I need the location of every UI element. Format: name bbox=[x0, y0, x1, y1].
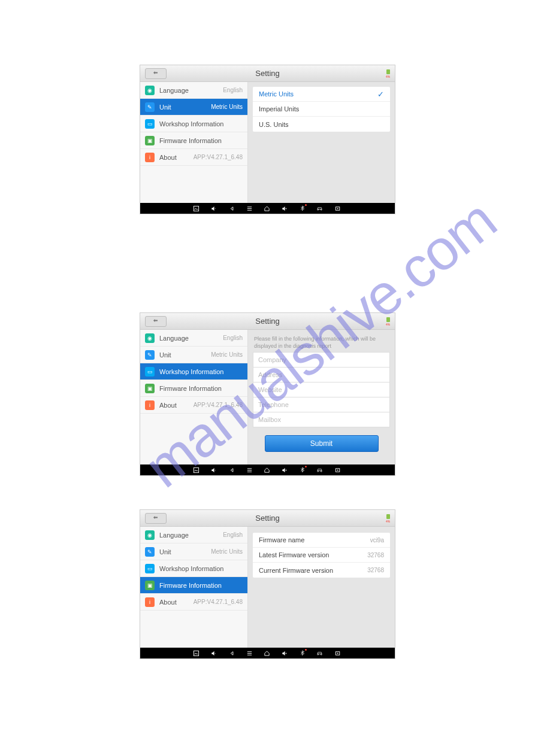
option-imperial[interactable]: Imperial Units bbox=[253, 102, 390, 117]
sidebar-item-label: Language bbox=[159, 87, 223, 94]
svg-text:+: + bbox=[285, 467, 287, 471]
car-icon[interactable] bbox=[316, 467, 324, 473]
back-icon bbox=[152, 318, 160, 325]
sidebar-item-label: Firmware Information bbox=[159, 385, 243, 392]
page-title: Setting bbox=[255, 514, 279, 523]
website-field[interactable]: Website bbox=[253, 382, 390, 397]
home-icon[interactable] bbox=[264, 205, 270, 212]
system-navbar: - + bbox=[140, 648, 395, 658]
pencil-icon: ✎ bbox=[145, 102, 155, 112]
svg-text:-: - bbox=[214, 467, 216, 471]
pencil-icon: ✎ bbox=[145, 350, 155, 360]
option-us[interactable]: U.S. Units bbox=[253, 117, 390, 132]
menu-icon[interactable] bbox=[246, 467, 253, 473]
volume-up-icon[interactable]: + bbox=[281, 205, 289, 212]
sidebar-item-workshop[interactable]: ▭ Workshop Information bbox=[140, 116, 247, 132]
back-nav-icon[interactable] bbox=[229, 467, 235, 473]
sidebar-item-workshop[interactable]: ▭ Workshop Information bbox=[140, 363, 247, 380]
globe-icon: ◉ bbox=[145, 530, 155, 540]
sidebar-item-label: Firmware Information bbox=[159, 582, 243, 589]
record-icon[interactable] bbox=[334, 650, 342, 657]
company-field[interactable]: Company bbox=[253, 352, 390, 368]
firmware-info-list: Firmware name vci9a Latest Firmware vers… bbox=[253, 533, 390, 578]
svg-text:+: + bbox=[285, 206, 287, 210]
firmware-info-panel: Firmware name vci9a Latest Firmware vers… bbox=[248, 527, 395, 648]
sidebar-item-value: APP:V4.27.1_6.48 bbox=[194, 599, 243, 605]
info-label: Current Firmware version bbox=[259, 567, 333, 574]
back-button[interactable] bbox=[145, 68, 167, 79]
volume-down-icon[interactable]: - bbox=[210, 205, 218, 212]
sidebar-item-workshop[interactable]: ▭ Workshop Information bbox=[140, 560, 247, 577]
back-nav-icon[interactable] bbox=[229, 205, 235, 212]
svg-rect-7 bbox=[386, 317, 390, 322]
info-label: Firmware name bbox=[259, 536, 304, 544]
car-icon[interactable] bbox=[316, 650, 324, 657]
screenshot-icon[interactable] bbox=[193, 205, 200, 212]
sidebar-item-about[interactable]: i About APP:V4.27.1_6.48 bbox=[140, 594, 247, 611]
home-icon[interactable] bbox=[264, 650, 270, 657]
volume-up-icon[interactable]: + bbox=[281, 650, 289, 657]
volume-down-icon[interactable]: - bbox=[210, 467, 218, 473]
svg-point-13 bbox=[337, 469, 338, 470]
system-navbar: - + bbox=[140, 203, 395, 214]
header-bar: Setting 4% bbox=[140, 510, 395, 527]
globe-icon: ◉ bbox=[145, 86, 155, 95]
connection-status-icon: 4% bbox=[385, 317, 391, 326]
sidebar-item-language[interactable]: ◉ Language English bbox=[140, 330, 247, 347]
bluetooth-icon[interactable] bbox=[300, 205, 305, 212]
record-icon[interactable] bbox=[334, 205, 342, 212]
sidebar-item-unit[interactable]: ✎ Unit Metric Units bbox=[140, 347, 247, 363]
submit-button[interactable]: Submit bbox=[265, 435, 379, 452]
info-value: 32768 bbox=[367, 567, 384, 573]
svg-point-20 bbox=[337, 652, 338, 654]
screenshot-unit: Setting 4% ◉ Language English ✎ Unit Met… bbox=[140, 65, 395, 214]
header-bar: Setting 4% bbox=[140, 313, 395, 330]
check-icon: ✓ bbox=[377, 90, 384, 99]
back-icon bbox=[152, 70, 160, 77]
svg-point-6 bbox=[337, 208, 338, 209]
sidebar-item-about[interactable]: i About APP:V4.27.1_6.48 bbox=[140, 149, 247, 166]
sidebar-item-about[interactable]: i About APP:V4.27.1_6.48 bbox=[140, 397, 247, 414]
unit-options-panel: Metric Units ✓ Imperial Units U.S. Units bbox=[248, 82, 395, 203]
sidebar-item-language[interactable]: ◉ Language English bbox=[140, 82, 247, 99]
option-label: Imperial Units bbox=[259, 105, 299, 113]
menu-icon[interactable] bbox=[246, 205, 253, 212]
option-metric[interactable]: Metric Units ✓ bbox=[253, 87, 390, 102]
sidebar-item-label: About bbox=[159, 154, 194, 161]
mailbox-field[interactable]: Mailbox bbox=[253, 412, 390, 427]
info-icon: i bbox=[145, 597, 155, 607]
car-icon[interactable] bbox=[316, 205, 324, 212]
screenshot-icon[interactable] bbox=[193, 467, 200, 473]
settings-sidebar: ◉ Language English ✎ Unit Metric Units ▭… bbox=[140, 330, 248, 464]
address-field[interactable]: Address bbox=[253, 367, 390, 382]
record-icon[interactable] bbox=[334, 467, 342, 473]
header-bar: Setting 4% bbox=[140, 65, 395, 82]
bluetooth-icon[interactable] bbox=[300, 649, 305, 657]
sidebar-item-unit[interactable]: ✎ Unit Metric Units bbox=[140, 544, 247, 560]
back-button[interactable] bbox=[145, 513, 167, 524]
telephone-field[interactable]: Telephone bbox=[253, 397, 390, 412]
menu-icon[interactable] bbox=[246, 650, 253, 657]
sidebar-item-value: APP:V4.27.1_6.48 bbox=[194, 154, 243, 160]
sidebar-item-label: Language bbox=[159, 532, 223, 539]
sidebar-item-firmware[interactable]: ▣ Firmware Information bbox=[140, 380, 247, 397]
sidebar-item-value: English bbox=[223, 532, 243, 538]
sidebar-item-firmware[interactable]: ▣ Firmware Information bbox=[140, 577, 247, 594]
volume-down-icon[interactable]: - bbox=[210, 650, 218, 657]
back-nav-icon[interactable] bbox=[229, 650, 235, 657]
sidebar-item-unit[interactable]: ✎ Unit Metric Units bbox=[140, 99, 247, 116]
settings-sidebar: ◉ Language English ✎ Unit Metric Units ▭… bbox=[140, 527, 248, 648]
back-button[interactable] bbox=[145, 316, 167, 327]
sidebar-item-label: Unit bbox=[159, 548, 211, 555]
screenshot-firmware: Setting 4% ◉ Language English ✎ Unit Met… bbox=[140, 509, 395, 659]
volume-up-icon[interactable]: + bbox=[281, 467, 289, 473]
svg-text:4%: 4% bbox=[386, 520, 391, 523]
system-navbar: - + bbox=[140, 464, 395, 475]
bluetooth-icon[interactable] bbox=[300, 466, 305, 473]
sidebar-item-label: Language bbox=[159, 335, 223, 342]
sidebar-item-firmware[interactable]: ▣ Firmware Information bbox=[140, 132, 247, 149]
unit-option-list: Metric Units ✓ Imperial Units U.S. Units bbox=[253, 87, 390, 132]
screenshot-icon[interactable] bbox=[193, 650, 200, 657]
sidebar-item-language[interactable]: ◉ Language English bbox=[140, 527, 247, 544]
home-icon[interactable] bbox=[264, 467, 270, 473]
